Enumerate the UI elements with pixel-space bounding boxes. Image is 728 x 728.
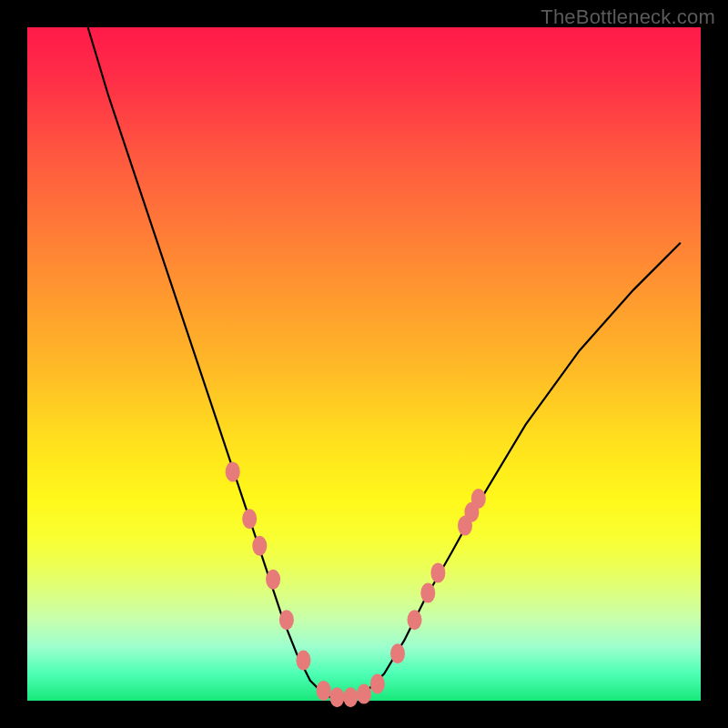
data-marker [252,536,267,556]
data-marker [242,509,257,529]
data-marker [266,570,280,590]
data-marker [296,651,310,671]
data-marker [408,610,422,630]
data-marker [430,562,445,582]
chart-frame [0,0,728,728]
watermark-text: TheBottleneck.com [541,5,715,29]
data-marker [226,461,240,481]
data-marker [317,681,331,701]
data-marker [420,583,435,603]
data-marker [357,684,371,704]
gradient-background [27,27,701,701]
data-marker [329,687,344,707]
data-marker [279,610,294,630]
data-marker [471,489,486,509]
chart-svg [0,0,728,728]
data-marker [343,687,358,707]
data-marker [370,674,385,694]
data-marker [390,643,405,663]
